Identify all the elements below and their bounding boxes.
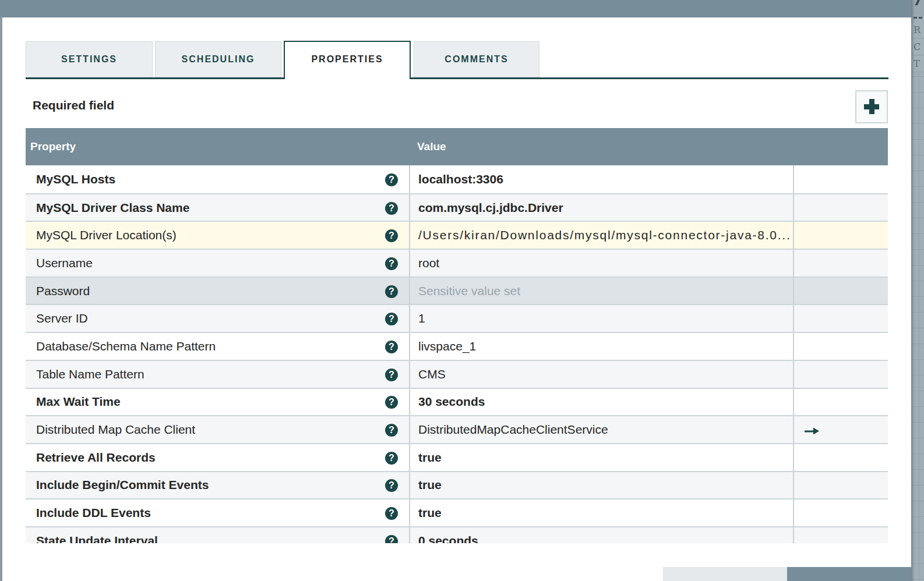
column-divider-2 bbox=[793, 165, 794, 543]
property-value[interactable]: Sensitive value set bbox=[418, 284, 791, 298]
property-row: Username?root bbox=[26, 249, 888, 277]
add-property-button[interactable] bbox=[855, 90, 888, 123]
column-header-property: Property bbox=[30, 128, 76, 165]
cancel-button-clipped[interactable] bbox=[663, 567, 787, 581]
help-icon[interactable]: ? bbox=[385, 507, 398, 520]
table-header: Property Value bbox=[26, 128, 888, 165]
tab-underline bbox=[26, 77, 888, 79]
property-value[interactable]: true bbox=[418, 478, 791, 492]
help-icon[interactable]: ? bbox=[385, 396, 398, 409]
property-value[interactable]: /Users/kiran/Downloads/mysql/mysql-conne… bbox=[418, 228, 791, 242]
property-row: Password?Sensitive value set bbox=[26, 277, 888, 304]
property-name: Database/Schema Name Pattern bbox=[36, 339, 216, 353]
property-row: Distributed Map Cache Client?Distributed… bbox=[26, 415, 888, 443]
help-icon[interactable]: ? bbox=[385, 313, 398, 325]
properties-table: Property Value MySQL Hosts?localhost:330… bbox=[26, 128, 888, 543]
dialog-shadow bbox=[911, 0, 915, 581]
help-icon[interactable]: ? bbox=[385, 452, 398, 465]
property-name: MySQL Driver Location(s) bbox=[36, 228, 177, 242]
property-value[interactable]: 1 bbox=[418, 311, 791, 325]
property-name: Include Begin/Commit Events bbox=[36, 478, 209, 492]
background-dash bbox=[919, 17, 922, 19]
property-row: Retrieve All Records?true bbox=[26, 443, 888, 471]
property-value[interactable]: com.mysql.cj.jdbc.Driver bbox=[418, 201, 791, 215]
help-icon[interactable]: ? bbox=[385, 257, 398, 270]
property-name: Retrieve All Records bbox=[36, 451, 156, 465]
plus-icon-bar bbox=[869, 99, 874, 114]
property-name: Username bbox=[36, 256, 93, 270]
property-value[interactable]: livspace_1 bbox=[418, 339, 791, 353]
property-name: Server ID bbox=[36, 311, 88, 325]
help-icon[interactable]: ? bbox=[385, 479, 398, 492]
background-canvas-strip: RCT bbox=[911, 0, 924, 581]
column-divider-1 bbox=[409, 165, 410, 543]
tab-comments[interactable]: COMMENTS bbox=[414, 41, 539, 77]
tab-scheduling[interactable]: SCHEDULING bbox=[155, 41, 281, 77]
help-icon[interactable]: ? bbox=[385, 535, 398, 543]
help-icon[interactable]: ? bbox=[385, 202, 398, 215]
tab-properties[interactable]: PROPERTIES bbox=[284, 41, 411, 79]
property-name: Table Name Pattern bbox=[36, 367, 144, 381]
help-icon[interactable]: ? bbox=[385, 173, 398, 186]
property-row: Server ID?1 bbox=[26, 304, 888, 332]
apply-button-clipped[interactable] bbox=[787, 567, 911, 581]
property-value[interactable]: localhost:3306 bbox=[418, 172, 791, 186]
property-value[interactable]: 0 seconds bbox=[418, 534, 791, 543]
backdrop-top-band bbox=[0, 0, 911, 17]
property-name: Include DDL Events bbox=[36, 506, 151, 520]
property-name: Max Wait Time bbox=[36, 395, 121, 409]
help-icon[interactable]: ? bbox=[385, 341, 398, 353]
goto-service-arrow-icon[interactable] bbox=[805, 428, 819, 435]
property-name: MySQL Hosts bbox=[36, 172, 115, 186]
property-row: MySQL Driver Class Name?com.mysql.cj.jdb… bbox=[26, 193, 888, 221]
required-field-label: Required field bbox=[33, 98, 114, 112]
help-icon[interactable]: ? bbox=[385, 285, 398, 298]
help-icon[interactable]: ? bbox=[385, 369, 398, 381]
property-value[interactable]: CMS bbox=[418, 367, 791, 381]
property-value[interactable]: root bbox=[418, 256, 791, 270]
property-name: State Update Interval bbox=[36, 534, 158, 543]
property-row: MySQL Hosts?localhost:3306 bbox=[26, 165, 888, 193]
help-icon[interactable]: ? bbox=[385, 424, 398, 437]
property-row: Include Begin/Commit Events?true bbox=[26, 471, 888, 499]
property-value[interactable]: DistributedMapCacheClientService bbox=[418, 423, 791, 437]
property-row: Include DDL Events?true bbox=[26, 498, 888, 526]
column-header-value: Value bbox=[417, 128, 446, 165]
property-row: MySQL Driver Location(s)?/Users/kiran/Do… bbox=[26, 221, 888, 249]
help-icon[interactable]: ? bbox=[385, 229, 398, 242]
tab-settings[interactable]: SETTINGS bbox=[26, 41, 153, 77]
property-name: MySQL Driver Class Name bbox=[36, 201, 189, 215]
property-row: Database/Schema Name Pattern?livspace_1 bbox=[26, 332, 888, 360]
property-value[interactable]: 30 seconds bbox=[418, 395, 791, 409]
property-name: Password bbox=[36, 284, 90, 298]
property-row: Table Name Pattern?CMS bbox=[26, 360, 888, 388]
property-value[interactable]: true bbox=[418, 506, 791, 520]
property-value[interactable]: true bbox=[418, 451, 791, 465]
property-row: State Update Interval?0 seconds bbox=[26, 526, 888, 543]
property-row: Max Wait Time?30 seconds bbox=[26, 388, 888, 416]
property-name: Distributed Map Cache Client bbox=[36, 423, 195, 437]
